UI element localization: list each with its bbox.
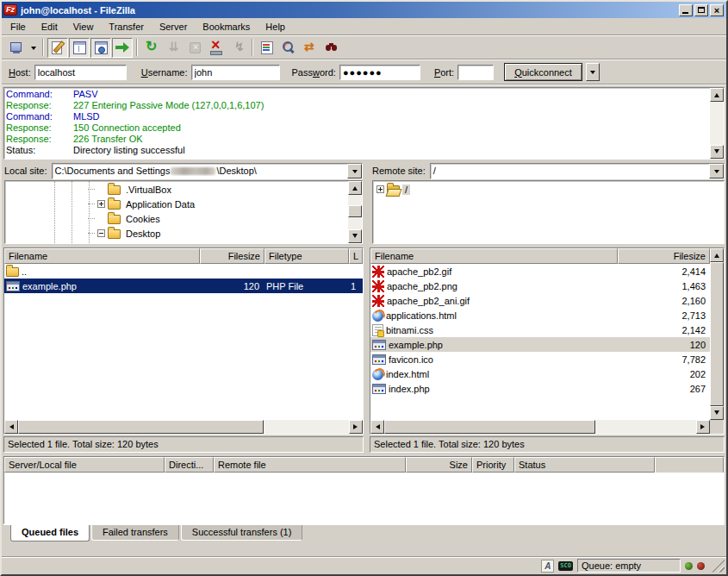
menu-item[interactable]: Server	[152, 20, 195, 34]
tree-item[interactable]: Application Data	[88, 197, 348, 211]
toggle-queue-button[interactable]	[112, 38, 133, 58]
quickconnect-button[interactable]: Quickconnect	[504, 63, 582, 81]
column-header[interactable]: Size	[406, 457, 472, 473]
tree-expander[interactable]	[376, 185, 384, 193]
scroll-down-button[interactable]	[710, 406, 724, 420]
arrow-down-icon	[714, 149, 719, 156]
remote-vertical-scrollbar[interactable]	[710, 248, 724, 420]
column-header[interactable]: Filename	[4, 248, 200, 264]
column-header[interactable]: Server/Local file	[4, 457, 165, 473]
scroll-left-button[interactable]	[370, 420, 384, 434]
scroll-up-button[interactable]	[710, 248, 724, 262]
site-manager-button[interactable]	[6, 38, 27, 58]
log-line: Response: 150 Connection accepted	[6, 122, 710, 134]
column-header[interactable]: Filesize	[200, 248, 264, 264]
tree-expander[interactable]	[97, 229, 105, 237]
sync-icon	[302, 40, 318, 55]
scroll-right-button[interactable]	[696, 420, 710, 434]
file-row[interactable]: ..	[4, 264, 363, 279]
tree-item[interactable]: .VirtualBox	[88, 182, 348, 197]
local-horizontal-scrollbar[interactable]	[4, 420, 363, 434]
queue-tab[interactable]: Failed transfers	[91, 525, 179, 541]
pane-splitter[interactable]	[364, 180, 370, 244]
filter-button[interactable]	[257, 38, 277, 58]
file-row[interactable]: index.php 267	[370, 381, 710, 396]
column-header[interactable]: Directi...	[165, 457, 214, 473]
local-site-combo[interactable]: C:\Documents and Settings\Desktop\	[52, 163, 363, 179]
scroll-up-button[interactable]	[348, 181, 362, 195]
column-header[interactable]: Filetype	[264, 248, 349, 264]
username-input[interactable]	[191, 65, 280, 80]
menu-item[interactable]: File	[3, 20, 34, 34]
quickconnect-dropdown[interactable]	[586, 63, 600, 81]
log-scrollbar[interactable]	[710, 88, 724, 159]
scroll-up-button[interactable]	[710, 88, 724, 102]
arrow-left-icon	[373, 424, 380, 429]
column-header[interactable]: Priority	[472, 457, 514, 473]
file-row[interactable]: example.php 120 PHP File 1	[4, 279, 363, 293]
file-name: example.php	[22, 281, 77, 291]
column-header[interactable]: Remote file	[214, 457, 406, 473]
queue-tab[interactable]: Successful transfers (1)	[181, 525, 303, 541]
column-header[interactable]: Status	[514, 457, 655, 473]
remote-horizontal-scrollbar[interactable]	[370, 420, 710, 434]
host-input[interactable]	[34, 65, 127, 80]
remote-site-combo[interactable]: /	[430, 163, 725, 179]
file-row[interactable]: apache_pb2_ani.gif 2,160	[370, 293, 710, 308]
pane-splitter[interactable]	[364, 247, 370, 453]
process-queue-button[interactable]	[163, 38, 184, 58]
refresh-button[interactable]	[141, 38, 162, 58]
file-row[interactable]: bitnami.css 2,142	[370, 322, 710, 337]
maximize-button[interactable]	[694, 4, 708, 16]
toggle-local-tree-button[interactable]	[69, 38, 90, 58]
pane-splitter[interactable]	[364, 161, 370, 180]
remote-selection-status: Selected 1 file. Total size: 120 bytes	[370, 436, 725, 453]
file-row[interactable]: apache_pb2.png 1,463	[370, 279, 710, 293]
password-input[interactable]	[339, 65, 420, 80]
disconnect-button[interactable]	[206, 38, 227, 58]
local-tree-scrollbar[interactable]	[348, 181, 362, 243]
file-row[interactable]: apache_pb2.gif 2,414	[370, 264, 710, 279]
file-row[interactable]: example.php 120	[370, 337, 710, 352]
menu-item[interactable]: Edit	[34, 20, 65, 34]
reconnect-button[interactable]	[227, 38, 248, 58]
menu-item[interactable]: Transfer	[101, 20, 152, 34]
compare-button[interactable]	[278, 38, 299, 58]
tree-expander[interactable]	[97, 200, 105, 208]
combo-dropdown-button[interactable]	[709, 164, 724, 178]
cancel-button[interactable]	[184, 38, 205, 58]
file-row[interactable]: index.html 202	[370, 366, 710, 381]
remote-list-header: FilenameFilesize	[370, 248, 710, 264]
combo-dropdown-button[interactable]	[347, 164, 362, 178]
scroll-right-button[interactable]	[349, 420, 363, 434]
toggle-message-log-button[interactable]	[47, 38, 68, 58]
close-button[interactable]: ×	[710, 4, 724, 16]
scrollbar-thumb[interactable]	[710, 262, 724, 406]
file-row[interactable]: applications.html 2,713	[370, 308, 710, 322]
minimize-button[interactable]	[679, 4, 693, 16]
column-header[interactable]: Filesize	[618, 248, 710, 264]
tree-item[interactable]: /	[376, 182, 724, 197]
column-header[interactable]: L	[349, 248, 363, 264]
sync-browsing-button[interactable]	[300, 38, 320, 58]
tree-item[interactable]: Desktop	[88, 226, 348, 241]
find-files-button[interactable]	[321, 38, 342, 58]
scroll-down-button[interactable]	[348, 229, 362, 243]
menu-item[interactable]: Help	[258, 20, 293, 34]
scroll-down-button[interactable]	[710, 145, 724, 159]
column-header[interactable]: Filename	[370, 248, 618, 264]
file-row[interactable]: favicon.ico 7,782	[370, 352, 710, 366]
port-input[interactable]	[457, 65, 494, 80]
scrollbar-thumb[interactable]	[348, 205, 362, 217]
queue-tab[interactable]: Queued files	[10, 525, 90, 542]
scrollbar-thumb[interactable]	[18, 420, 264, 434]
scrollbar-thumb[interactable]	[384, 420, 595, 434]
tree-item[interactable]: Cookies	[88, 211, 348, 226]
toggle-remote-tree-button[interactable]	[90, 38, 111, 58]
menu-item[interactable]: View	[65, 20, 102, 34]
menu-item[interactable]: Bookmarks	[195, 20, 258, 34]
remote-site-path: /	[431, 166, 709, 176]
scroll-left-button[interactable]	[4, 420, 18, 434]
site-manager-dropdown[interactable]	[28, 38, 39, 58]
resize-grip[interactable]	[712, 560, 725, 573]
